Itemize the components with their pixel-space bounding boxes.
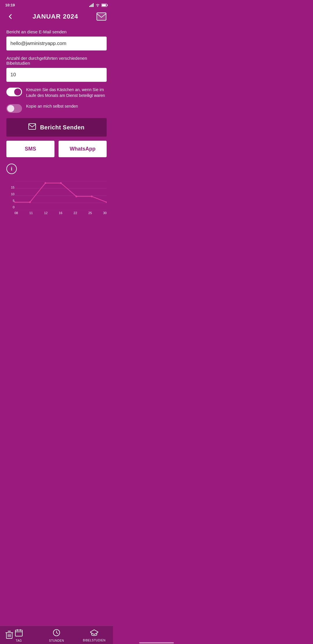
chart-dot bbox=[91, 196, 93, 197]
back-button[interactable] bbox=[5, 11, 16, 22]
status-icons bbox=[89, 3, 108, 7]
signal-icon bbox=[89, 3, 94, 7]
info-row: i bbox=[6, 162, 107, 178]
whatsapp-button[interactable]: WhatsApp bbox=[59, 141, 107, 157]
service-toggle-label: Kreuzen Sie das Kästchen an, wenn Sie im… bbox=[26, 87, 107, 98]
header-title: JANUAR 2024 bbox=[32, 13, 78, 20]
svg-point-4 bbox=[97, 6, 98, 7]
wifi-icon bbox=[95, 3, 100, 7]
email-button[interactable] bbox=[94, 11, 108, 22]
chart-svg bbox=[14, 181, 107, 210]
chart-x-30: 30 bbox=[103, 211, 107, 215]
studies-input[interactable] bbox=[6, 68, 107, 82]
chart-x-08: 08 bbox=[14, 211, 18, 215]
svg-rect-1 bbox=[90, 5, 91, 7]
service-toggle-knob bbox=[14, 88, 21, 95]
svg-rect-6 bbox=[107, 4, 108, 6]
email-input[interactable] bbox=[6, 37, 107, 50]
content-area: Bericht an diese E-Mail senden Anzahl de… bbox=[0, 26, 113, 215]
chart-dot bbox=[45, 182, 46, 184]
send-button-label: Bericht Senden bbox=[40, 124, 85, 131]
service-toggle[interactable] bbox=[6, 88, 22, 96]
chart-y-5: 5 bbox=[6, 199, 14, 202]
chart-x-22: 22 bbox=[74, 211, 77, 215]
mail-icon bbox=[97, 12, 106, 21]
copy-toggle-knob bbox=[7, 105, 14, 112]
battery-icon bbox=[101, 3, 108, 7]
chart-x-25: 25 bbox=[88, 211, 92, 215]
svg-rect-3 bbox=[93, 3, 94, 7]
svg-rect-0 bbox=[89, 6, 90, 7]
status-time: 10:19 bbox=[5, 3, 15, 7]
status-bar: 10:19 bbox=[0, 0, 113, 9]
email-label: Bericht an diese E-Mail senden bbox=[6, 29, 107, 34]
chart-x-11: 11 bbox=[29, 211, 33, 215]
chart-y-10: 10 bbox=[6, 192, 14, 196]
svg-rect-8 bbox=[97, 13, 106, 20]
chart-x-16: 16 bbox=[59, 211, 62, 215]
chart-x-12: 12 bbox=[44, 211, 48, 215]
copy-toggle-row: Kopie an mich selbst senden bbox=[6, 104, 107, 113]
service-toggle-track bbox=[6, 88, 22, 96]
send-icon bbox=[28, 123, 36, 131]
header: JANUAR 2024 bbox=[0, 9, 113, 26]
svg-rect-2 bbox=[92, 4, 92, 7]
chart-dot bbox=[75, 196, 77, 197]
chart-dot bbox=[60, 182, 62, 184]
back-icon bbox=[7, 13, 14, 20]
info-button[interactable]: i bbox=[6, 164, 17, 174]
chart-line bbox=[14, 183, 107, 202]
copy-toggle-label: Kopie an mich selbst senden bbox=[26, 104, 107, 109]
copy-toggle-track bbox=[6, 104, 22, 113]
mail-send-icon bbox=[28, 123, 36, 130]
svg-rect-7 bbox=[102, 4, 106, 6]
chart-area: 15 10 5 0 bbox=[6, 178, 107, 215]
send-report-button[interactable]: Bericht Senden bbox=[6, 118, 107, 137]
svg-rect-9 bbox=[29, 124, 36, 129]
share-row: SMS WhatsApp bbox=[6, 141, 107, 157]
chart-y-15: 15 bbox=[6, 186, 14, 189]
studies-label: Anzahl der durchgeführten verschiedenen … bbox=[6, 56, 107, 66]
sms-button[interactable]: SMS bbox=[6, 141, 54, 157]
service-toggle-row: Kreuzen Sie das Kästchen an, wenn Sie im… bbox=[6, 87, 107, 98]
chart-y-0: 0 bbox=[6, 205, 14, 209]
chart-dot bbox=[29, 201, 31, 203]
copy-toggle[interactable] bbox=[6, 104, 22, 113]
